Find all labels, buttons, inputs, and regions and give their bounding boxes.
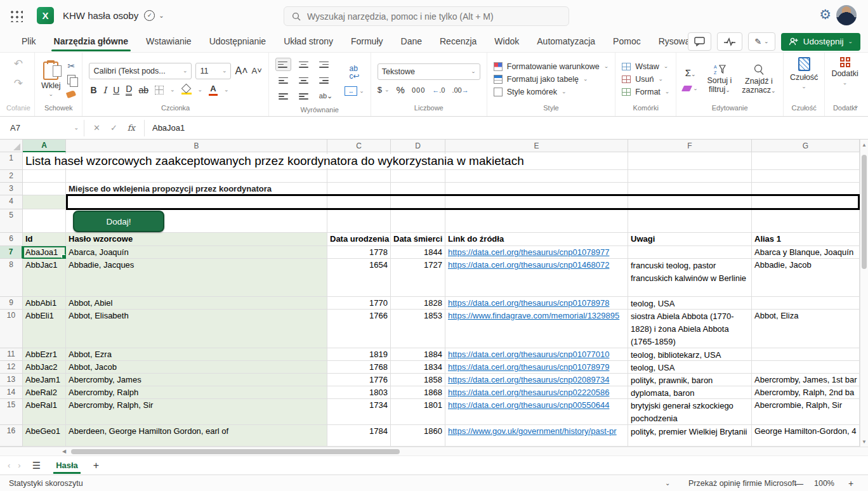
cell[interactable]: AbbJac1 (23, 259, 66, 297)
cell[interactable]: AbeGeo1 (23, 425, 66, 447)
workbook-statistics-button[interactable]: Statystyki skoroszytu (9, 479, 83, 488)
insert-function-icon[interactable]: fx (128, 123, 135, 133)
column-header-e[interactable]: E (445, 140, 628, 152)
cell[interactable] (752, 348, 860, 361)
cell-link[interactable]: https://data.cerl.org/thesaurus/cnp01077… (448, 350, 609, 359)
prev-sheet-icon[interactable]: ‹ (8, 461, 10, 470)
redo-icon[interactable]: ↷ (14, 77, 23, 90)
title-chevron-icon[interactable]: ⌄ (159, 12, 164, 19)
cell[interactable] (391, 209, 445, 233)
select-all-corner[interactable] (0, 140, 23, 152)
row-header-9[interactable]: 9 (0, 297, 23, 310)
cell[interactable]: https://www.gov.uk/government/history/pa… (445, 425, 628, 447)
grow-font-icon[interactable]: A˄ (235, 66, 247, 76)
cell[interactable]: Abercromby, James (66, 374, 327, 386)
cell[interactable]: https://data.cerl.org/thesaurus/cnp01078… (445, 297, 628, 310)
cell[interactable] (628, 183, 752, 195)
cell[interactable]: 1834 (391, 361, 445, 374)
cell[interactable]: 1884 (391, 348, 445, 361)
cell[interactable]: 1853 (391, 310, 445, 348)
tab-narzędzia-główne[interactable]: Narzędzia główne (45, 32, 137, 50)
cell[interactable]: Abercrombie, Ralph, Sir (752, 399, 860, 425)
clear-icon[interactable] (681, 86, 692, 91)
decrease-decimal-icon[interactable]: .00→ (452, 86, 468, 94)
delete-cells-button[interactable]: Usuń⌄ (622, 75, 669, 84)
cell[interactable] (628, 246, 752, 259)
status-chevron-icon[interactable]: ⌄ (665, 480, 670, 487)
cell[interactable] (327, 183, 391, 195)
cell[interactable]: siostra Abiela Abbota (1770-1828) i żona… (628, 310, 752, 348)
cell[interactable]: Abbot, Eliza (752, 310, 860, 348)
sort-filter-button[interactable]: A Z Sortuj i filtruj⌄ (702, 64, 737, 95)
cell[interactable] (23, 170, 66, 183)
sheet-tab-hasla[interactable]: Hasła (53, 457, 81, 474)
row-header-11[interactable]: 11 (0, 348, 23, 361)
cell[interactable] (628, 170, 752, 183)
cell[interactable]: 1727 (391, 259, 445, 297)
strikethrough-button[interactable]: ab (138, 85, 148, 95)
cell[interactable]: 1770 (327, 297, 391, 310)
cell[interactable] (752, 297, 860, 310)
name-box[interactable]: A7 ⌄ (5, 120, 84, 136)
decrease-indent-icon[interactable] (275, 89, 291, 103)
cell[interactable]: Abbot, Elisabeth (66, 310, 327, 348)
addins-label[interactable]: Dodatki (831, 69, 858, 78)
cell[interactable]: Abercromby, James, 1st bar (752, 374, 860, 386)
cell[interactable]: Abercromby, Ralph, 2nd ba (752, 386, 860, 399)
row-header-3[interactable]: 3 (0, 183, 23, 195)
cell[interactable]: AbeRal2 (23, 386, 66, 399)
find-select-button[interactable]: Znajdź i zaznacz⌄ (741, 64, 777, 95)
cell[interactable]: Data urodzenia (327, 233, 391, 246)
column-header-d[interactable]: D (391, 140, 445, 152)
bold-button[interactable]: B (90, 85, 96, 95)
currency-icon[interactable]: $ (378, 85, 382, 95)
tab-widok[interactable]: Widok (485, 32, 528, 50)
row-header-10[interactable]: 10 (0, 310, 23, 348)
dodaj-button[interactable]: Dodaj! (73, 211, 164, 232)
undo-icon[interactable]: ↶ (14, 57, 23, 70)
cell[interactable]: https://data.cerl.org/thesaurus/cnp01468… (445, 259, 628, 297)
cell[interactable]: https://data.cerl.org/thesaurus/cnp02220… (445, 386, 628, 399)
cell[interactable] (327, 170, 391, 183)
show-changes-button[interactable] (717, 32, 742, 51)
cell[interactable] (445, 183, 628, 195)
cell[interactable]: 1778 (327, 246, 391, 259)
italic-button[interactable]: I (103, 85, 107, 95)
cell[interactable]: 1776 (327, 374, 391, 386)
cell[interactable]: Aberdeen, George Hamilton Gordon, earl o… (66, 425, 327, 447)
row-header-16[interactable]: 16 (0, 425, 23, 447)
cell[interactable]: 1803 (327, 386, 391, 399)
zoom-level[interactable]: 100% (814, 479, 834, 488)
document-title[interactable]: KHW hasła osoby (63, 10, 138, 21)
merge-cells-icon[interactable]: ↔ (345, 86, 357, 96)
tab-udostępnianie[interactable]: Udostępnianie (201, 32, 275, 50)
row-header-7[interactable]: 7 (0, 246, 23, 259)
saved-status-icon[interactable]: ✓ (144, 10, 155, 21)
zoom-in-icon[interactable]: + (848, 478, 853, 488)
user-avatar[interactable] (836, 5, 857, 25)
cell[interactable]: 1654 (327, 259, 391, 297)
cell-link[interactable]: https://data.cerl.org/thesaurus/cnp01078… (448, 247, 609, 257)
row-header-13[interactable]: 13 (0, 374, 23, 386)
percent-icon[interactable]: % (397, 84, 405, 95)
cell[interactable]: Data śmierci (391, 233, 445, 246)
cell[interactable]: 1766 (327, 310, 391, 348)
draw-pen-button[interactable]: ✎⌄ (748, 32, 775, 51)
cell[interactable]: https://data.cerl.org/thesaurus/cnp01078… (445, 361, 628, 374)
sensitivity-icon[interactable] (798, 57, 810, 71)
cell[interactable]: Abbot, Abiel (66, 297, 327, 310)
sensitivity-label[interactable]: Czułość (790, 73, 818, 82)
align-middle-icon[interactable] (296, 57, 312, 72)
cell[interactable]: https://www.findagrave.com/memorial/1329… (445, 310, 628, 348)
align-top-left-icon[interactable] (275, 58, 291, 71)
cell[interactable]: 1868 (391, 386, 445, 399)
cell[interactable]: Abbot, Jacob (66, 361, 327, 374)
comments-button[interactable] (688, 32, 711, 51)
next-sheet-icon[interactable]: › (18, 461, 20, 470)
search-bar[interactable] (284, 6, 569, 26)
comma-style-icon[interactable]: 000 (412, 86, 425, 94)
paste-button[interactable]: Wklej ⌄ (41, 62, 61, 98)
cell[interactable]: Link do źródła (445, 233, 628, 246)
collapse-ribbon-icon[interactable]: ⌄ (853, 101, 859, 110)
row-header-14[interactable]: 14 (0, 386, 23, 399)
